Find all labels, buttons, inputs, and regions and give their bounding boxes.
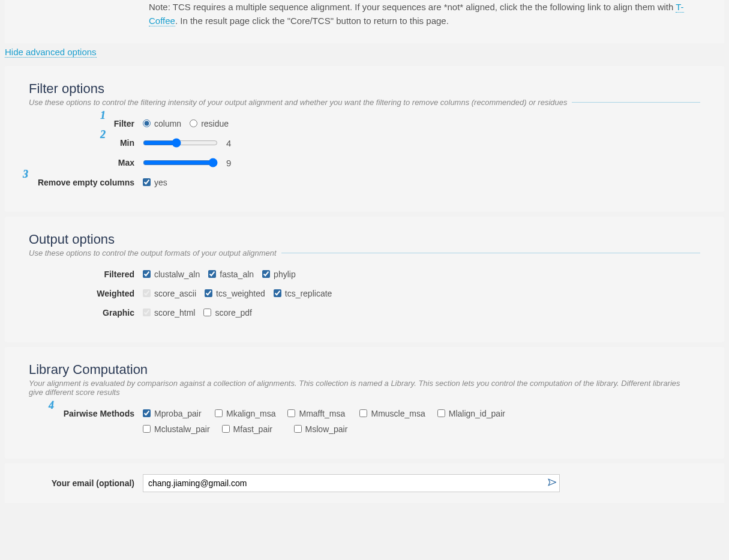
chk-score-ascii-label: score_ascii — [154, 289, 196, 298]
chk-fasta-input[interactable] — [208, 270, 216, 278]
chk-clustalw[interactable]: clustalw_aln — [143, 269, 200, 279]
chk-score-pdf-input[interactable] — [203, 309, 211, 316]
filter-title: Filter options — [29, 81, 700, 97]
graphic-row: Graphic score_html score_pdf — [29, 308, 700, 318]
chk-mlalign-label: Mlalign_id_pair — [449, 409, 505, 418]
chk-mclustalw-label: Mclustalw_pair — [154, 424, 210, 434]
chk-tcs-replicate-input[interactable] — [274, 289, 281, 297]
chk-mslow-label: Mslow_pair — [305, 424, 348, 434]
chk-mlalign[interactable]: Mlalign_id_pair — [437, 409, 505, 418]
max-label: Max — [29, 158, 143, 167]
radio-column-input[interactable] — [143, 119, 151, 127]
filter-desc-row: Use these options to control the filteri… — [29, 98, 700, 107]
chk-mmafft[interactable]: Mmafft_msa — [287, 409, 347, 418]
radio-column-label: column — [154, 119, 181, 128]
output-options-panel: Output options Use these options to cont… — [5, 217, 724, 342]
library-desc-row: Your alignment is evaluated by compariso… — [29, 379, 700, 397]
note-prefix: Note: TCS requires a multiple sequence a… — [149, 2, 676, 12]
library-panel: Library Computation Your alignment is ev… — [5, 347, 724, 459]
chk-phylip-input[interactable] — [262, 270, 270, 278]
chk-mmuscle-label: Mmuscle_msa — [371, 409, 425, 418]
chk-mslow-input[interactable] — [294, 425, 302, 433]
chk-mmafft-input[interactable] — [287, 409, 295, 417]
chk-fasta[interactable]: fasta_aln — [208, 269, 254, 279]
remove-row: 3 Remove empty columns yes — [29, 178, 700, 187]
chk-score-html-label: score_html — [154, 308, 195, 318]
chk-mmafft-label: Mmafft_msa — [299, 409, 345, 418]
library-desc: Your alignment is evaluated by compariso… — [29, 379, 695, 397]
library-title: Library Computation — [29, 362, 700, 378]
remove-yes-label: yes — [154, 178, 167, 187]
chk-phylip-label: phylip — [274, 269, 296, 279]
radio-column[interactable]: column — [143, 119, 181, 128]
chk-score-ascii[interactable]: score_ascii — [143, 289, 196, 298]
pairwise-label: Pairwise Methods — [29, 409, 143, 418]
filter-options-panel: Filter options Use these options to cont… — [5, 66, 724, 212]
email-input[interactable] — [143, 474, 560, 492]
chk-mfast-input[interactable] — [222, 425, 230, 433]
weighted-row: Weighted score_ascii tcs_weighted tcs_re… — [29, 289, 700, 298]
chk-score-html-input[interactable] — [143, 309, 151, 316]
output-title: Output options — [29, 232, 700, 247]
divider — [281, 253, 700, 253]
pairwise-row: 4 Pairwise Methods Mproba_pair Mkalign_m… — [29, 409, 700, 434]
chk-mkalign-label: Mkalign_msa — [226, 409, 275, 418]
chk-mfast-label: Mfast_pair — [233, 424, 272, 434]
chk-tcs-weighted[interactable]: tcs_weighted — [205, 289, 265, 298]
chk-mkalign-input[interactable] — [215, 409, 223, 417]
remove-yes[interactable]: yes — [143, 178, 167, 187]
chk-clustalw-input[interactable] — [143, 270, 151, 278]
filter-row: 1 Filter column residue — [29, 119, 700, 128]
chk-score-pdf-label: score_pdf — [215, 308, 251, 318]
chk-mproba-label: Mproba_pair — [154, 409, 202, 418]
chk-score-pdf[interactable]: score_pdf — [203, 308, 251, 318]
chk-tcs-weighted-input[interactable] — [205, 289, 212, 297]
min-value: 4 — [226, 138, 231, 148]
filtered-label: Filtered — [29, 269, 143, 279]
min-label: Min — [29, 138, 143, 148]
note-text: Note: TCS requires a multiple sequence a… — [149, 0, 700, 28]
remove-label: Remove empty columns — [29, 178, 143, 187]
max-row: Max 9 — [29, 158, 700, 168]
chk-mclustalw[interactable]: Mclustalw_pair — [143, 424, 210, 434]
step-4: 4 — [49, 399, 54, 412]
chk-mlalign-input[interactable] — [437, 409, 445, 417]
filter-desc: Use these options to control the filteri… — [29, 98, 567, 107]
graphic-label: Graphic — [29, 308, 143, 318]
chk-score-html[interactable]: score_html — [143, 308, 195, 318]
chk-mmuscle-input[interactable] — [359, 409, 367, 417]
weighted-label: Weighted — [29, 289, 143, 298]
remove-yes-input[interactable] — [143, 178, 151, 186]
step-2: 2 — [100, 128, 106, 141]
chk-tcs-replicate-label: tcs_replicate — [285, 289, 332, 298]
divider — [572, 102, 700, 103]
min-slider[interactable] — [143, 138, 218, 148]
chk-tcs-replicate[interactable]: tcs_replicate — [274, 289, 332, 298]
email-panel: Your email (optional) — [5, 463, 724, 503]
note-panel: Note: TCS requires a multiple sequence a… — [5, 0, 724, 43]
radio-residue-label: residue — [201, 119, 229, 128]
output-desc: Use these options to control the output … — [29, 248, 277, 257]
filtered-row: Filtered clustalw_aln fasta_aln phylip — [29, 269, 700, 279]
min-row: 2 Min 4 — [29, 138, 700, 148]
chk-mslow[interactable]: Mslow_pair — [294, 424, 354, 434]
chk-fasta-label: fasta_aln — [220, 269, 254, 279]
chk-score-ascii-input[interactable] — [143, 289, 151, 297]
chk-tcs-weighted-label: tcs_weighted — [216, 289, 265, 298]
hide-advanced-link[interactable]: Hide advanced options — [5, 47, 97, 58]
chk-mproba[interactable]: Mproba_pair — [143, 409, 203, 418]
chk-phylip[interactable]: phylip — [262, 269, 296, 279]
chk-mclustalw-input[interactable] — [143, 425, 151, 433]
filter-label: Filter — [29, 119, 143, 128]
max-value: 9 — [226, 158, 231, 168]
output-desc-row: Use these options to control the output … — [29, 248, 700, 257]
chk-mkalign[interactable]: Mkalign_msa — [215, 409, 275, 418]
chk-clustalw-label: clustalw_aln — [154, 269, 200, 279]
chk-mmuscle[interactable]: Mmuscle_msa — [359, 409, 425, 418]
chk-mfast[interactable]: Mfast_pair — [222, 424, 282, 434]
radio-residue-input[interactable] — [190, 119, 197, 127]
chk-mproba-input[interactable] — [143, 409, 151, 417]
max-slider[interactable] — [143, 158, 218, 167]
radio-residue[interactable]: residue — [190, 119, 229, 128]
note-suffix: . In the result page click the "Core/TCS… — [175, 16, 449, 26]
